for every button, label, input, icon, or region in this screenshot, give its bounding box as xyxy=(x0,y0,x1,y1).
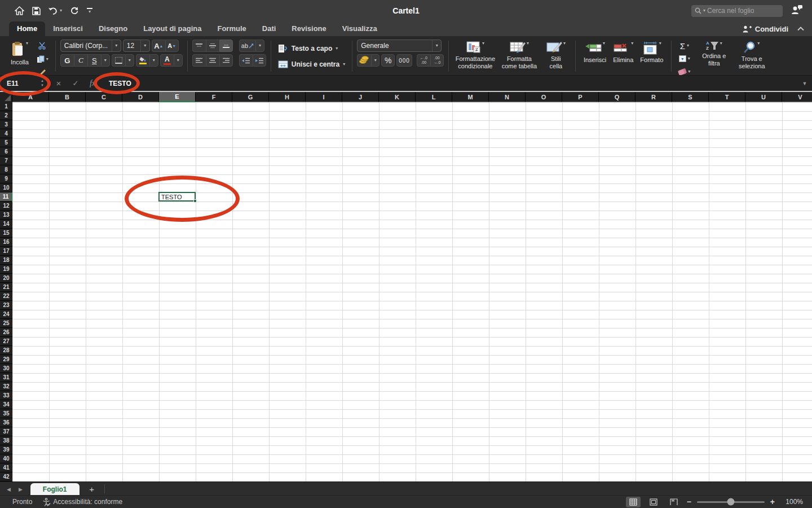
row-header-25[interactable]: 25 xyxy=(0,319,12,328)
conditional-formatting-button[interactable]: ≠ ▾ Formattazione condizionale xyxy=(453,40,497,71)
column-header-I[interactable]: I xyxy=(306,92,342,102)
sort-filter-caret-icon[interactable]: ▾ xyxy=(720,41,722,46)
insert-cells-caret-icon[interactable]: ▾ xyxy=(603,41,605,46)
align-middle-button[interactable] xyxy=(206,40,219,52)
orientation-caret-button[interactable]: ▾ xyxy=(255,40,264,52)
column-header-F[interactable]: F xyxy=(196,92,232,102)
tab-dati[interactable]: Dati xyxy=(254,21,284,36)
row-header-16[interactable]: 16 xyxy=(0,238,12,247)
align-center-button[interactable] xyxy=(206,54,219,67)
save-icon[interactable] xyxy=(32,7,41,15)
column-header-B[interactable]: B xyxy=(49,92,86,102)
column-header-P[interactable]: P xyxy=(562,92,599,102)
font-color-button[interactable]: A xyxy=(160,54,174,67)
column-header-N[interactable]: N xyxy=(489,92,526,102)
row-header-22[interactable]: 22 xyxy=(0,292,12,301)
row-header-1[interactable]: 1 xyxy=(0,102,12,111)
paste-caret-icon[interactable]: ▾ xyxy=(26,41,28,46)
toolbar-overflow-button[interactable]: ▾ xyxy=(87,8,92,14)
decrease-decimal-button[interactable]: .00→.0 xyxy=(430,54,444,67)
font-size-combo[interactable]: 12 ▾ xyxy=(123,40,150,52)
selected-cell[interactable]: TESTO xyxy=(158,192,196,202)
column-header-E[interactable]: E xyxy=(159,92,196,102)
row-header-15[interactable]: 15 xyxy=(0,229,12,238)
select-all-corner[interactable] xyxy=(0,92,12,102)
row-header-13[interactable]: 13 xyxy=(0,211,12,220)
copy-button[interactable]: ▾ xyxy=(34,53,51,65)
row-header-29[interactable]: 29 xyxy=(0,355,12,364)
formula-input[interactable]: TESTO xyxy=(101,76,797,91)
column-header-O[interactable]: O xyxy=(526,92,562,102)
row-header-10[interactable]: 10 xyxy=(0,183,12,192)
column-header-A[interactable]: A xyxy=(12,92,49,102)
percent-button[interactable]: % xyxy=(381,54,395,67)
row-header-8[interactable]: 8 xyxy=(0,165,12,174)
fill-handle[interactable] xyxy=(193,199,197,203)
wrap-text-button[interactable]: Testo a capo ▾ xyxy=(276,42,340,55)
tab-visualizza[interactable]: Visualizza xyxy=(334,21,385,36)
row-header-19[interactable]: 19 xyxy=(0,265,12,274)
format-cells-button[interactable]: ▾ Formato xyxy=(637,40,667,65)
confirm-entry-button[interactable]: ✓ xyxy=(67,76,84,91)
align-right-button[interactable] xyxy=(219,54,233,67)
format-as-table-button[interactable]: ▾ Formatta come tabella xyxy=(497,40,541,71)
column-header-V[interactable]: V xyxy=(782,92,812,102)
delete-cells-button[interactable]: ▾ Elimina xyxy=(610,40,637,65)
grow-font-button[interactable]: A▲ xyxy=(152,40,165,52)
row-header-32[interactable]: 32 xyxy=(0,382,12,391)
row-header-12[interactable]: 12 xyxy=(0,202,12,211)
column-header-J[interactable]: J xyxy=(342,92,379,102)
row-header-2[interactable]: 2 xyxy=(0,111,12,120)
column-header-K[interactable]: K xyxy=(379,92,416,102)
page-layout-view-button[interactable] xyxy=(646,497,661,507)
row-header-38[interactable]: 38 xyxy=(0,436,12,445)
tab-layout-di-pagina[interactable]: Layout di pagina xyxy=(135,21,209,36)
orientation-button[interactable]: ab xyxy=(239,40,255,52)
row-header-31[interactable]: 31 xyxy=(0,373,12,382)
row-header-40[interactable]: 40 xyxy=(0,454,12,463)
row-header-23[interactable]: 23 xyxy=(0,301,12,310)
cancel-entry-button[interactable]: × xyxy=(50,76,67,91)
share-button[interactable]: Condividi xyxy=(742,25,788,33)
wrap-text-caret-icon[interactable]: ▾ xyxy=(336,46,338,51)
page-break-view-button[interactable] xyxy=(667,497,681,507)
align-top-button[interactable] xyxy=(192,40,206,52)
align-left-button[interactable] xyxy=(192,54,206,67)
zoom-in-button[interactable]: + xyxy=(770,497,775,506)
row-header-20[interactable]: 20 xyxy=(0,274,12,283)
row-header-4[interactable]: 4 xyxy=(0,129,12,138)
zoom-slider[interactable] xyxy=(697,501,765,503)
fill-color-button[interactable] xyxy=(136,54,149,67)
row-header-24[interactable]: 24 xyxy=(0,310,12,319)
font-color-caret-button[interactable]: ▾ xyxy=(174,54,183,67)
row-header-21[interactable]: 21 xyxy=(0,283,12,292)
add-sheet-button[interactable]: + xyxy=(80,483,104,495)
row-header-33[interactable]: 33 xyxy=(0,391,12,400)
increase-indent-button[interactable] xyxy=(253,54,266,67)
format-as-table-caret-icon[interactable]: ▾ xyxy=(527,41,529,46)
name-box[interactable]: E11 ▲▼ xyxy=(0,76,50,91)
row-header-39[interactable]: 39 xyxy=(0,445,12,454)
tab-inserisci[interactable]: Inserisci xyxy=(45,21,91,36)
normal-view-button[interactable] xyxy=(626,497,641,507)
tab-home[interactable]: Home xyxy=(9,21,45,36)
search-scope-caret-icon[interactable]: ▾ xyxy=(703,8,705,13)
column-header-U[interactable]: U xyxy=(745,92,782,102)
borders-button[interactable] xyxy=(112,54,125,67)
insert-cells-button[interactable]: ▾ Inserisci xyxy=(580,40,610,65)
row-header-30[interactable]: 30 xyxy=(0,364,12,373)
search-input[interactable]: ▾ Cerca nel foglio xyxy=(691,5,783,17)
collapse-ribbon-icon[interactable] xyxy=(797,27,804,31)
column-header-T[interactable]: T xyxy=(709,92,745,102)
find-select-button[interactable]: ▾ Trova e seleziona xyxy=(732,40,771,71)
merge-center-button[interactable]: Unisci e centra ▾ xyxy=(276,58,347,71)
grid-cells[interactable]: TESTO xyxy=(12,102,812,481)
underline-button[interactable]: S xyxy=(87,54,101,67)
bold-button[interactable]: G xyxy=(60,54,74,67)
underline-caret-button[interactable]: ▾ xyxy=(101,54,110,67)
merge-center-caret-icon[interactable]: ▾ xyxy=(343,62,345,67)
currency-button[interactable] xyxy=(357,54,371,67)
tab-revisione[interactable]: Revisione xyxy=(284,21,334,36)
currency-caret-button[interactable]: ▾ xyxy=(371,54,379,67)
number-format-combo[interactable]: Generale ▾ xyxy=(357,40,442,52)
